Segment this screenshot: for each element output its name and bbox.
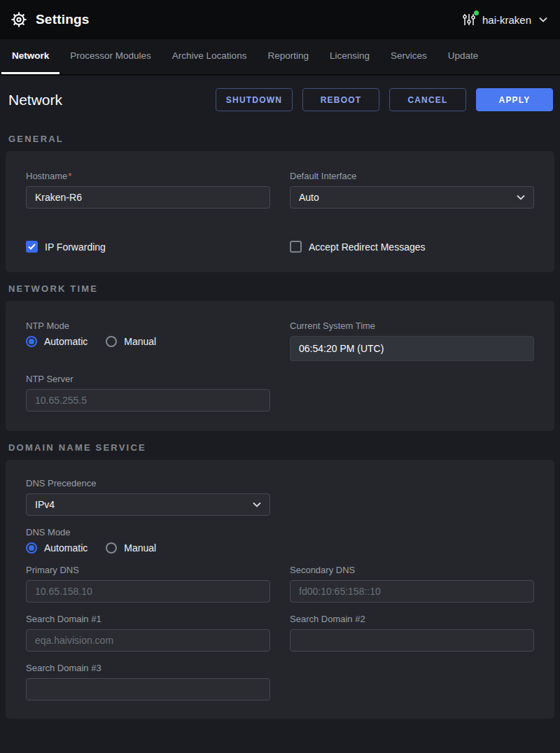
ntp-mode-automatic-radio[interactable]: Automatic: [26, 336, 88, 347]
default-interface-select[interactable]: Auto: [290, 186, 534, 209]
primary-dns-field-group: Primary DNS: [26, 565, 270, 603]
reboot-button[interactable]: REBOOT: [302, 88, 379, 111]
online-status-dot: [474, 10, 479, 15]
radio-unselected-icon: [106, 336, 117, 347]
tab-processor-modules[interactable]: Processor Modules: [59, 39, 162, 74]
dns-mode-field-group: DNS Mode Automatic Manual: [26, 527, 534, 554]
accept-redirect-label: Accept Redirect Messages: [309, 241, 426, 253]
primary-dns-input: [26, 580, 270, 603]
ntp-mode-field-group: NTP Mode Automatic Manual: [26, 321, 270, 361]
ntp-automatic-label: Automatic: [44, 336, 88, 347]
general-panel: Hostname* Default Interface Auto IP Forw…: [6, 151, 554, 272]
search-domain-1-field-group: Search Domain #1: [26, 614, 270, 652]
dns-manual-label: Manual: [124, 542, 156, 554]
ntp-server-input: [26, 389, 270, 411]
current-system-time-value: 06:54:20 PM (UTC): [290, 336, 534, 361]
network-time-panel: NTP Mode Automatic Manual Current System…: [6, 301, 554, 431]
ip-forwarding-label: IP Forwarding: [45, 241, 106, 253]
search-domain-3-label: Search Domain #3: [26, 663, 270, 673]
cancel-button[interactable]: CANCEL: [389, 88, 466, 111]
app-brand: Settings: [10, 10, 90, 29]
secondary-dns-field-group: Secondary DNS: [290, 565, 534, 603]
ip-forwarding-checkbox[interactable]: IP Forwarding: [26, 241, 270, 253]
chevron-down-icon: [539, 17, 547, 22]
ntp-manual-label: Manual: [124, 336, 156, 347]
general-section-heading: GENERAL: [8, 134, 560, 144]
dns-automatic-label: Automatic: [44, 542, 88, 554]
tab-archive-locations[interactable]: Archive Locations: [162, 39, 258, 74]
search-domain-3-field-group: Search Domain #3: [26, 663, 270, 701]
primary-dns-label: Primary DNS: [26, 565, 270, 575]
secondary-dns-input: [290, 580, 534, 603]
search-domain-2-field-group: Search Domain #2: [290, 614, 534, 652]
current-time-label: Current System Time: [290, 321, 534, 331]
settings-tab-bar: Network Processor Modules Archive Locati…: [0, 39, 560, 76]
hostname-field-group: Hostname*: [26, 171, 270, 209]
checkbox-checked-icon: [26, 241, 38, 253]
chevron-down-icon: [253, 502, 261, 507]
chevron-down-icon: [517, 195, 525, 200]
ntp-mode-label: NTP Mode: [26, 321, 270, 331]
checkbox-unchecked-icon: [290, 241, 302, 253]
radio-selected-icon: [26, 542, 37, 554]
tab-update[interactable]: Update: [438, 39, 489, 74]
user-name: hai-kraken: [482, 14, 531, 26]
shutdown-button[interactable]: SHUTDOWN: [216, 88, 293, 111]
dns-precedence-select[interactable]: IPv4: [26, 493, 270, 516]
user-menu[interactable]: hai-kraken: [462, 13, 547, 27]
tab-licensing[interactable]: Licensing: [319, 39, 380, 74]
ntp-mode-manual-radio[interactable]: Manual: [106, 336, 156, 347]
search-domain-3-input[interactable]: [26, 678, 270, 701]
default-interface-value: Auto: [299, 192, 319, 203]
ntp-mode-radio-group: Automatic Manual: [26, 336, 270, 347]
dns-precedence-field-group: DNS Precedence IPv4: [26, 478, 270, 516]
page-title: Network: [8, 92, 62, 108]
default-interface-field-group: Default Interface Auto: [290, 171, 534, 209]
hostname-input[interactable]: [26, 186, 270, 209]
tab-services[interactable]: Services: [380, 39, 438, 74]
top-bar: Settings hai-kraken: [0, 0, 560, 39]
dns-mode-automatic-radio[interactable]: Automatic: [26, 542, 88, 554]
page-head: Network SHUTDOWN REBOOT CANCEL APPLY: [0, 76, 560, 122]
user-sliders-icon: [462, 13, 476, 27]
hostname-label-text: Hostname: [26, 171, 67, 181]
default-interface-label: Default Interface: [290, 171, 534, 181]
radio-selected-icon: [26, 336, 37, 347]
secondary-dns-label: Secondary DNS: [290, 565, 534, 575]
accept-redirect-checkbox[interactable]: Accept Redirect Messages: [290, 241, 534, 253]
dns-mode-radio-group: Automatic Manual: [26, 542, 534, 554]
action-buttons: SHUTDOWN REBOOT CANCEL APPLY: [216, 88, 553, 111]
search-domain-2-input[interactable]: [290, 629, 534, 652]
dns-precedence-label: DNS Precedence: [26, 478, 270, 488]
search-domain-2-label: Search Domain #2: [290, 614, 534, 624]
network-time-section-heading: NETWORK TIME: [8, 283, 560, 294]
current-time-field-group: Current System Time 06:54:20 PM (UTC): [290, 321, 534, 361]
dns-precedence-value: IPv4: [35, 499, 55, 510]
ntp-server-label: NTP Server: [26, 374, 270, 384]
dns-panel: DNS Precedence IPv4 DNS Mode Automatic M…: [6, 460, 554, 719]
dns-section-heading: DOMAIN NAME SERVICE: [8, 442, 560, 453]
radio-unselected-icon: [106, 542, 117, 554]
app-title: Settings: [36, 12, 90, 27]
dns-mode-manual-radio[interactable]: Manual: [106, 542, 156, 554]
search-domain-1-label: Search Domain #1: [26, 614, 270, 624]
hostname-label: Hostname*: [26, 171, 270, 181]
apply-button[interactable]: APPLY: [476, 88, 553, 111]
tab-reporting[interactable]: Reporting: [257, 39, 319, 74]
tab-network[interactable]: Network: [1, 39, 59, 74]
search-domain-1-input: [26, 629, 270, 652]
dns-mode-label: DNS Mode: [26, 527, 534, 537]
required-marker: *: [68, 171, 71, 181]
ntp-server-field-group: NTP Server: [26, 374, 270, 411]
settings-gear-icon: [10, 10, 28, 29]
